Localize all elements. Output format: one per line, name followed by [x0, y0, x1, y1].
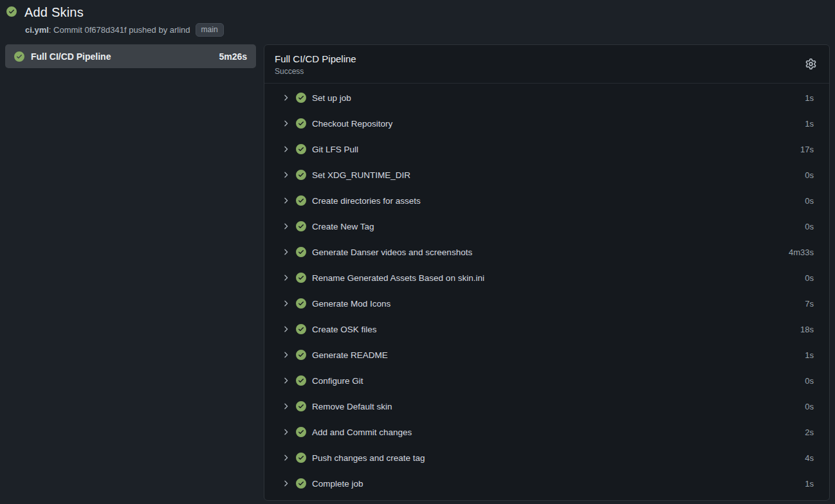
step-row[interactable]: Complete job 1s	[264, 471, 829, 496]
step-duration: 0s	[805, 170, 814, 180]
step-row[interactable]: Create directories for assets 0s	[264, 188, 829, 213]
step-name: Checkout Repository	[312, 119, 805, 129]
step-duration: 7s	[805, 299, 814, 309]
check-circle-icon	[296, 298, 306, 309]
step-row[interactable]: Set up job 1s	[264, 85, 829, 111]
step-row[interactable]: Rename Generated Assets Based on skin.in…	[264, 265, 829, 291]
chevron-right-icon[interactable]	[281, 196, 290, 205]
chevron-right-icon[interactable]	[281, 170, 290, 179]
job-status-text: Success	[275, 67, 804, 76]
step-name: Git LFS Pull	[312, 145, 800, 154]
chevron-right-icon[interactable]	[281, 248, 290, 256]
check-circle-icon	[6, 6, 19, 19]
check-circle-icon	[296, 195, 306, 206]
job-title: Full CI/CD Pipeline	[275, 53, 804, 64]
check-circle-icon	[296, 247, 306, 257]
step-duration: 18s	[800, 325, 814, 334]
step-name: Push changes and create tag	[312, 453, 805, 463]
run-header: Add Skins ci.yml: Commit 0f678d341f push…	[5, 5, 830, 37]
step-name: Add and Commit changes	[312, 428, 805, 437]
jobs-sidebar: Full CI/CD Pipeline 5m26s	[5, 44, 256, 68]
step-name: Configure Git	[312, 376, 805, 386]
check-circle-icon	[296, 350, 306, 360]
chevron-right-icon[interactable]	[281, 299, 290, 308]
step-row[interactable]: Generate Danser videos and screenshots 4…	[264, 239, 829, 265]
step-duration: 1s	[805, 93, 814, 103]
step-name: Generate Mod Icons	[312, 299, 805, 309]
step-duration: 0s	[805, 273, 814, 283]
step-name: Generate Danser videos and screenshots	[312, 248, 789, 257]
step-duration: 0s	[805, 402, 814, 411]
step-duration: 1s	[805, 479, 814, 489]
actions-run-page: Add Skins ci.yml: Commit 0f678d341f push…	[0, 0, 835, 504]
steps-list: Set up job 1s Checkout Repository 1s Git…	[264, 84, 829, 500]
step-row[interactable]: Git LFS Pull 17s	[264, 136, 829, 162]
chevron-right-icon[interactable]	[281, 273, 290, 282]
step-duration: 0s	[805, 376, 814, 386]
step-row[interactable]: Generate README 1s	[264, 342, 829, 368]
commit-meta: ci.yml: Commit 0f678d341f pushed by arli…	[25, 23, 830, 37]
step-name: Create OSK files	[312, 325, 800, 334]
step-row[interactable]: Create OSK files 18s	[264, 316, 829, 342]
job-name: Full CI/CD Pipeline	[31, 51, 212, 62]
check-circle-icon	[296, 93, 306, 103]
chevron-right-icon[interactable]	[281, 376, 290, 385]
check-circle-icon	[296, 427, 306, 437]
step-duration: 1s	[805, 350, 814, 360]
chevron-right-icon[interactable]	[281, 428, 290, 437]
check-circle-icon	[296, 324, 306, 334]
step-row[interactable]: Remove Default skin 0s	[264, 393, 829, 419]
check-circle-icon	[296, 273, 306, 283]
step-row[interactable]: Add and Commit changes 2s	[264, 419, 829, 445]
check-circle-icon	[296, 453, 306, 463]
step-duration: 0s	[805, 196, 814, 206]
step-duration: 4m33s	[789, 248, 814, 257]
check-circle-icon	[296, 401, 306, 411]
step-name: Remove Default skin	[312, 402, 805, 411]
run-title: Add Skins	[24, 5, 84, 20]
check-circle-icon	[296, 478, 306, 489]
sidebar-job-item[interactable]: Full CI/CD Pipeline 5m26s	[5, 44, 256, 68]
step-row[interactable]: Create New Tag 0s	[264, 213, 829, 239]
check-circle-icon	[14, 51, 24, 62]
step-duration: 1s	[805, 119, 814, 129]
job-panel: Full CI/CD Pipeline Success Set up job 1…	[264, 44, 830, 501]
chevron-right-icon[interactable]	[281, 402, 290, 411]
job-duration: 5m26s	[219, 51, 247, 62]
step-name: Create New Tag	[312, 222, 805, 231]
check-circle-icon	[296, 170, 306, 180]
chevron-right-icon[interactable]	[281, 453, 290, 462]
step-duration: 17s	[800, 145, 814, 154]
step-name: Create directories for assets	[312, 196, 805, 206]
step-name: Generate README	[312, 350, 805, 360]
chevron-right-icon[interactable]	[281, 222, 290, 231]
job-panel-header: Full CI/CD Pipeline Success	[264, 45, 829, 84]
step-duration: 2s	[805, 428, 814, 437]
chevron-right-icon[interactable]	[281, 350, 290, 359]
check-circle-icon	[296, 118, 306, 129]
step-duration: 4s	[805, 453, 814, 463]
step-name: Set up job	[312, 93, 805, 103]
chevron-right-icon[interactable]	[281, 93, 290, 102]
chevron-right-icon[interactable]	[281, 479, 290, 488]
branch-badge[interactable]: main	[196, 23, 224, 37]
chevron-right-icon[interactable]	[281, 145, 290, 154]
step-row[interactable]: Generate Mod Icons 7s	[264, 291, 829, 316]
check-circle-icon	[296, 375, 306, 386]
check-circle-icon	[296, 144, 306, 154]
step-name: Rename Generated Assets Based on skin.in…	[312, 273, 805, 283]
step-row[interactable]: Push changes and create tag 4s	[264, 445, 829, 471]
commit-text: : Commit 0f678d341f pushed by arlind	[49, 25, 190, 35]
step-duration: 0s	[805, 222, 814, 231]
step-row[interactable]: Set XDG_RUNTIME_DIR 0s	[264, 162, 829, 188]
step-name: Set XDG_RUNTIME_DIR	[312, 170, 805, 180]
workflow-file-name: ci.yml	[25, 25, 49, 35]
step-row[interactable]: Checkout Repository 1s	[264, 111, 829, 136]
chevron-right-icon[interactable]	[281, 119, 290, 128]
step-row[interactable]: Configure Git 0s	[264, 368, 829, 393]
step-name: Complete job	[312, 479, 805, 489]
check-circle-icon	[296, 221, 306, 231]
chevron-right-icon[interactable]	[281, 325, 290, 334]
gear-icon[interactable]	[804, 57, 818, 71]
